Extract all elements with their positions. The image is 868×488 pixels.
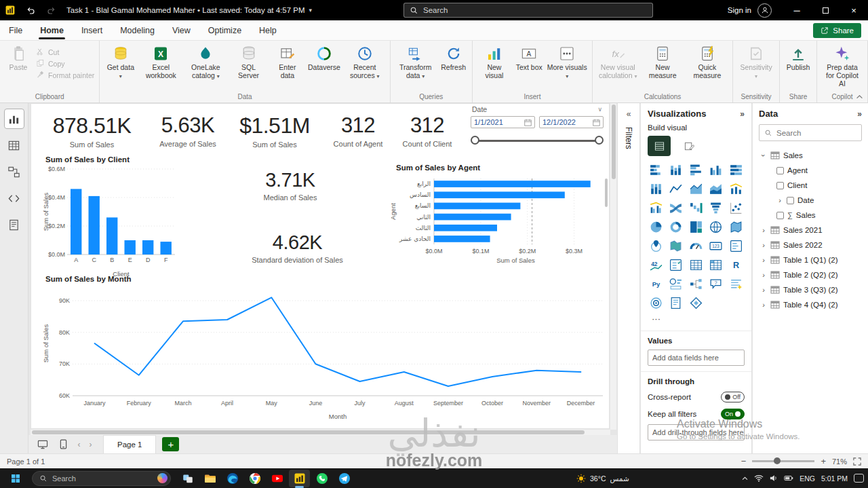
- ribbon-excel-workbook-button[interactable]: XExcel workbook: [138, 43, 183, 81]
- gauge-icon[interactable]: [688, 238, 705, 255]
- fit-to-page-icon[interactable]: [853, 457, 861, 466]
- zoom-slider[interactable]: [752, 460, 814, 462]
- sign-in-button[interactable]: Sign in: [728, 6, 751, 14]
- ribbon-get-data-button[interactable]: Get data ▾: [102, 43, 138, 81]
- line-and-stacked-column-chart-icon[interactable]: [728, 181, 745, 198]
- next-page-arrow[interactable]: ›: [86, 440, 95, 449]
- chrome-taskbar-icon[interactable]: [244, 470, 265, 487]
- title-dropdown-caret[interactable]: ▾: [309, 7, 313, 14]
- line-chart-icon[interactable]: [667, 181, 684, 198]
- edge-taskbar-icon[interactable]: [222, 470, 243, 487]
- table-table-4-q4-2[interactable]: ›Table 4 (Q4) (2): [759, 297, 862, 312]
- expand-chevron-icon[interactable]: ›: [776, 196, 783, 204]
- notification-center-icon[interactable]: [854, 474, 864, 483]
- model-view-button[interactable]: [4, 162, 24, 182]
- matrix-icon[interactable]: [707, 257, 724, 274]
- zoom-in-button[interactable]: +: [821, 456, 826, 466]
- ribbon-more-visuals-button[interactable]: More visuals ▾: [545, 43, 589, 81]
- slicer-end-date-field[interactable]: [539, 116, 604, 128]
- table-table-3-q3-2[interactable]: ›Table 3 (Q3) (2): [759, 282, 862, 297]
- slicer-range-slider[interactable]: [471, 135, 604, 146]
- ribbon-enter-data-button[interactable]: Enter data: [269, 43, 306, 81]
- kpi-card-sum-of-sales-0[interactable]: 878.51KSum of Sales: [39, 113, 144, 149]
- start-button[interactable]: [5, 470, 26, 487]
- battery-icon[interactable]: [784, 475, 793, 481]
- kpi-card-standard-deviation-of-sales-6[interactable]: 4.62KStandard deviation of Sales: [231, 231, 363, 264]
- card-icon[interactable]: 123: [707, 238, 724, 255]
- expand-chevron-icon[interactable]: ›: [760, 271, 767, 279]
- expand-chevron-icon[interactable]: ›: [760, 286, 767, 294]
- whatsapp-taskbar-icon[interactable]: [311, 470, 332, 487]
- report-view-button[interactable]: [4, 109, 24, 129]
- keep-all-filters-toggle[interactable]: On: [721, 409, 745, 419]
- field-date[interactable]: ›Date: [759, 193, 862, 208]
- ribbon-dataverse-button[interactable]: Dataverse: [306, 43, 342, 73]
- sales-by-month-chart[interactable]: Sum of Sales by Month 60K70K80K90KJanuar…: [41, 275, 612, 426]
- weather-widget[interactable]: 36°C شمس: [576, 474, 629, 483]
- redo-button[interactable]: [41, 0, 61, 20]
- slicer-icon[interactable]: [667, 257, 684, 274]
- canvas-horizontal-scrollbar[interactable]: [31, 430, 610, 435]
- slicer-end-date-input[interactable]: [542, 118, 590, 126]
- area-chart-icon[interactable]: [688, 181, 705, 198]
- titlebar-search-input[interactable]: [423, 6, 647, 14]
- powerbi-app-icon[interactable]: [0, 0, 20, 20]
- calendar-icon[interactable]: [524, 119, 532, 126]
- ribbon-sql-server-button[interactable]: SQL Server: [228, 43, 269, 81]
- table-table-2-q2-2[interactable]: ›Table 2 (Q2) (2): [759, 267, 862, 282]
- table-sales-2021[interactable]: ›Sales 2021: [759, 223, 862, 238]
- ribbon-publish-button[interactable]: Publish: [783, 43, 814, 73]
- metrics-icon[interactable]: [648, 295, 665, 312]
- calendar-icon[interactable]: [593, 119, 600, 126]
- ribbon-new-visual-button[interactable]: New visual: [475, 43, 514, 81]
- menu-tab-file[interactable]: File: [0, 20, 31, 41]
- new-page-button[interactable]: +: [162, 437, 179, 451]
- clustered-bar-chart-icon[interactable]: [688, 162, 705, 179]
- titlebar-search[interactable]: [403, 3, 653, 18]
- azure-map-icon[interactable]: [648, 238, 665, 255]
- stacked-bar-chart-icon[interactable]: [648, 162, 665, 179]
- r-script-visual-icon[interactable]: R: [728, 257, 745, 274]
- kpi-card-median-of-sales-5[interactable]: 3.71KMedian of Sales: [233, 169, 347, 202]
- expand-chevron-icon[interactable]: ›: [760, 226, 767, 234]
- data-search-input[interactable]: [776, 129, 856, 137]
- values-field-well[interactable]: Add data fields here: [648, 350, 745, 366]
- undo-button[interactable]: [20, 0, 41, 20]
- ribbon-text-box-button[interactable]: AText box: [513, 43, 545, 73]
- ribbon-chart-icon[interactable]: [667, 200, 684, 217]
- ribbon-prep-data-for-copilot-ai-button[interactable]: Prep data for Copilot AI: [820, 43, 865, 89]
- canvas-vertical-scrollbar[interactable]: [610, 103, 616, 430]
- sales-by-client-chart[interactable]: Sum of Sales by Client $0.0M$0.2M$0.4M$0…: [41, 155, 184, 275]
- dax-query-view-button[interactable]: [4, 188, 24, 208]
- multi-row-card-icon[interactable]: [728, 238, 745, 255]
- sales-by-agent-chart[interactable]: Sum of Sales by Agent $0.0M$0.1M$0.2M$0.…: [389, 164, 613, 267]
- table-view-button[interactable]: [4, 135, 24, 155]
- date-slicer[interactable]: Date ∨: [471, 105, 604, 153]
- expand-chevron-icon[interactable]: ›: [760, 301, 767, 309]
- ribbon-transform-data-button[interactable]: Transform data ▾: [393, 43, 438, 81]
- clustered-column-chart-icon[interactable]: [707, 162, 724, 179]
- format-visual-tab[interactable]: [677, 136, 701, 156]
- menu-tab-help[interactable]: Help: [250, 20, 285, 41]
- map-icon[interactable]: [707, 219, 724, 236]
- language-indicator[interactable]: ENG: [800, 474, 815, 483]
- filled-map-icon[interactable]: [728, 219, 745, 236]
- python-visual-icon[interactable]: Py: [648, 276, 665, 293]
- data-search[interactable]: [759, 124, 862, 141]
- wifi-icon[interactable]: [754, 474, 764, 482]
- ribbon-recent-sources-button[interactable]: Recent sources ▾: [342, 43, 387, 81]
- collapse-ribbon-icon[interactable]: [856, 94, 863, 99]
- kpi-card-sum-of-sales-2[interactable]: $1.51MSum of Sales: [230, 113, 319, 149]
- slicer-start-date-field[interactable]: [471, 116, 535, 128]
- table-sales-2022[interactable]: ›Sales 2022: [759, 238, 862, 252]
- menu-tab-insert[interactable]: Insert: [73, 20, 111, 41]
- stacked-column-chart-icon[interactable]: [667, 162, 684, 179]
- stacked-bar-100-chart-icon[interactable]: [728, 162, 745, 179]
- zoom-slider-thumb[interactable]: [774, 457, 781, 464]
- zoom-out-button[interactable]: −: [741, 456, 747, 466]
- menu-tab-view[interactable]: View: [163, 20, 199, 41]
- kpi-card-count-of-client-4[interactable]: 312Count of Client: [391, 113, 464, 148]
- youtube-taskbar-icon[interactable]: [267, 470, 288, 487]
- pie-chart-icon[interactable]: [648, 219, 665, 236]
- desktop-layout-icon[interactable]: [34, 438, 52, 451]
